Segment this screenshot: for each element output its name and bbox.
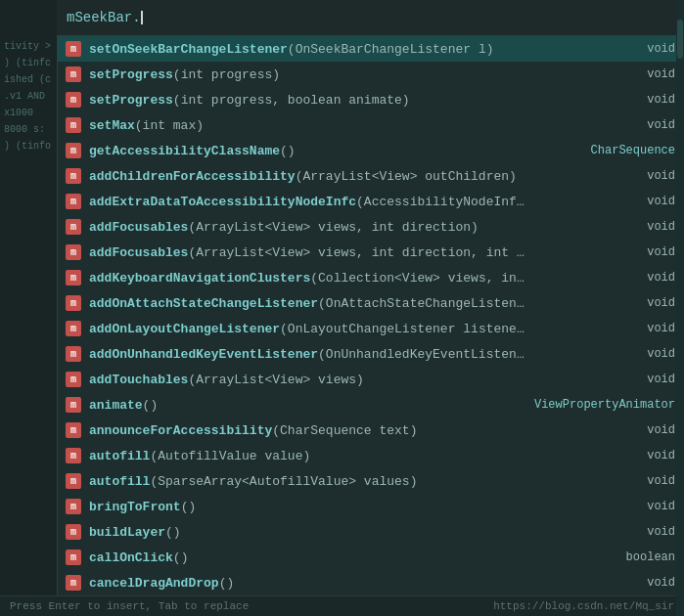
sidebar-item-0: tivity > bbox=[0, 39, 57, 54]
method-icon: m bbox=[66, 41, 81, 57]
method-icon: m bbox=[66, 499, 81, 514]
method-name: setMax bbox=[89, 118, 135, 133]
method-params: (int max) bbox=[135, 118, 204, 133]
method-icon: m bbox=[66, 92, 81, 108]
method-name: addFocusables bbox=[89, 220, 188, 235]
method-params: () bbox=[219, 576, 235, 591]
sidebar-item-4: x1000 bbox=[0, 106, 57, 120]
autocomplete-item[interactable]: maddOnLayoutChangeListener(OnLayoutChang… bbox=[58, 316, 683, 341]
method-name: autofill bbox=[89, 449, 150, 463]
method-params: (OnUnhandledKeyEventListen… bbox=[318, 347, 524, 362]
autocomplete-item[interactable]: msetOnSeekBarChangeListener(OnSeekBarCha… bbox=[58, 36, 683, 62]
autocomplete-item[interactable]: mautofill(SparseArray<AutofillValue> val… bbox=[58, 468, 683, 494]
method-params: (SparseArray<AutofillValue> values) bbox=[150, 474, 417, 489]
method-params: (ArrayList<View> views, int direction) bbox=[188, 220, 478, 235]
autocomplete-item[interactable]: mannounceForAccessibility(CharSequence t… bbox=[58, 418, 683, 443]
method-return-type: void bbox=[627, 322, 675, 335]
method-name: bringToFront bbox=[89, 500, 181, 514]
method-return-type: void bbox=[627, 220, 675, 234]
method-params: (int progress) bbox=[173, 67, 280, 82]
method-icon: m bbox=[66, 244, 81, 260]
sidebar-items-list: tivity > ) (tinfc ished (c .v1 AND x1000… bbox=[0, 0, 57, 154]
autocomplete-item[interactable]: manimate()ViewPropertyAnimator bbox=[58, 392, 683, 418]
autocomplete-item[interactable]: mautofill(AutofillValue value)void bbox=[58, 443, 683, 468]
method-name: announceForAccessibility bbox=[89, 423, 272, 438]
method-params: (AccessibilityNodeInf… bbox=[356, 195, 524, 209]
method-icon: m bbox=[66, 346, 81, 362]
method-return-type: void bbox=[627, 93, 675, 107]
left-sidebar: tivity > ) (tinfc ished (c .v1 AND x1000… bbox=[0, 0, 57, 595]
method-params: (Collection<View> views, in… bbox=[310, 271, 524, 286]
hint-text: Press Enter to insert, Tab to replace bbox=[10, 600, 249, 612]
method-name: addKeyboardNavigationClusters bbox=[89, 271, 310, 286]
autocomplete-panel: msetOnSeekBarChangeListener(OnSeekBarCha… bbox=[57, 35, 684, 595]
autocomplete-item[interactable]: mbringToFront()void bbox=[58, 494, 683, 519]
method-return-type: void bbox=[627, 423, 675, 437]
method-icon: m bbox=[66, 550, 81, 565]
autocomplete-item[interactable]: msetProgress(int progress)void bbox=[58, 62, 683, 87]
method-return-type: void bbox=[627, 245, 675, 259]
autocomplete-item[interactable]: msetMax(int max)void bbox=[58, 112, 683, 138]
sidebar-item-5: 8000 s: bbox=[0, 122, 57, 137]
method-icon: m bbox=[66, 448, 81, 463]
autocomplete-item[interactable]: maddOnUnhandledKeyEventListener(OnUnhand… bbox=[58, 341, 683, 367]
method-return-type: void bbox=[627, 373, 675, 386]
autocomplete-item[interactable]: msetProgress(int progress, boolean anima… bbox=[58, 87, 683, 112]
method-return-type: void bbox=[627, 271, 675, 285]
scrollbar-thumb[interactable] bbox=[677, 20, 683, 59]
method-return-type: void bbox=[627, 296, 675, 310]
autocomplete-item[interactable]: mcallOnClick()boolean bbox=[58, 545, 683, 570]
autocomplete-item[interactable]: maddOnAttachStateChangeListener(OnAttach… bbox=[58, 290, 683, 316]
typed-text: mSeekBar. bbox=[67, 10, 141, 25]
editor-area: tivity > ) (tinfc ished (c .v1 AND x1000… bbox=[0, 0, 684, 595]
method-return-type: void bbox=[627, 42, 675, 56]
autocomplete-item[interactable]: maddKeyboardNavigationClusters(Collectio… bbox=[58, 265, 683, 290]
method-icon: m bbox=[66, 422, 81, 438]
method-return-type: void bbox=[627, 118, 675, 132]
autocomplete-item[interactable]: maddFocusables(ArrayList<View> views, in… bbox=[58, 240, 683, 265]
method-name: addChildrenForAccessibility bbox=[89, 169, 296, 184]
method-icon: m bbox=[66, 321, 81, 336]
autocomplete-item[interactable]: maddChildrenForAccessibility(ArrayList<V… bbox=[58, 163, 683, 189]
method-return-type: boolean bbox=[607, 550, 675, 564]
method-icon: m bbox=[66, 168, 81, 184]
autocomplete-item[interactable]: mbuildLayer()void bbox=[58, 519, 683, 545]
method-icon: m bbox=[66, 295, 81, 311]
method-params: () bbox=[181, 500, 197, 514]
method-params: (ArrayList<View> views, int direction, i… bbox=[188, 245, 524, 260]
method-icon: m bbox=[66, 66, 81, 82]
sidebar-item-1: ) (tinfc bbox=[0, 56, 57, 70]
method-params: (ArrayList<View> outChildren) bbox=[296, 169, 517, 184]
vertical-scrollbar[interactable] bbox=[676, 0, 684, 595]
method-name: addOnUnhandledKeyEventListener bbox=[89, 347, 318, 362]
method-name: buildLayer bbox=[89, 525, 165, 540]
autocomplete-item[interactable]: mgetAccessibilityClassName()CharSequence bbox=[58, 138, 683, 163]
method-name: addOnAttachStateChangeListener bbox=[89, 296, 318, 311]
method-name: animate bbox=[89, 398, 143, 413]
autocomplete-item[interactable]: maddTouchables(ArrayList<View> views)voi… bbox=[58, 367, 683, 392]
method-params: (CharSequence text) bbox=[272, 423, 417, 438]
method-icon: m bbox=[66, 575, 81, 591]
method-name: addTouchables bbox=[89, 373, 188, 387]
method-params: () bbox=[165, 525, 181, 540]
autocomplete-item[interactable]: maddExtraDataToAccessibilityNodeInfc(Acc… bbox=[58, 189, 683, 214]
sidebar-item-2: ished (c bbox=[0, 72, 57, 87]
autocomplete-item[interactable]: maddFocusables(ArrayList<View> views, in… bbox=[58, 214, 683, 240]
method-name: getAccessibilityClassName bbox=[89, 144, 280, 158]
method-name: autofill bbox=[89, 474, 150, 489]
method-params: (OnLayoutChangeListener listene… bbox=[280, 322, 524, 336]
sidebar-item-3: .v1 AND bbox=[0, 89, 57, 104]
method-return-type: void bbox=[627, 67, 675, 81]
method-return-type: void bbox=[627, 525, 675, 539]
method-return-type: void bbox=[627, 169, 675, 183]
method-return-type: void bbox=[627, 347, 675, 361]
method-name: setProgress bbox=[89, 93, 173, 108]
method-params: (OnAttachStateChangeListen… bbox=[318, 296, 524, 311]
main-editor: mSeekBar. msetOnSeekBarChangeListener(On… bbox=[57, 0, 684, 595]
autocomplete-list: msetOnSeekBarChangeListener(OnSeekBarCha… bbox=[58, 36, 683, 595]
editor-typed-line[interactable]: mSeekBar. bbox=[57, 0, 684, 35]
autocomplete-item[interactable]: mcancelDragAndDrop()void bbox=[58, 570, 683, 595]
method-params: (ArrayList<View> views) bbox=[188, 373, 363, 387]
method-return-type: void bbox=[627, 449, 675, 462]
method-return-type: void bbox=[627, 195, 675, 208]
